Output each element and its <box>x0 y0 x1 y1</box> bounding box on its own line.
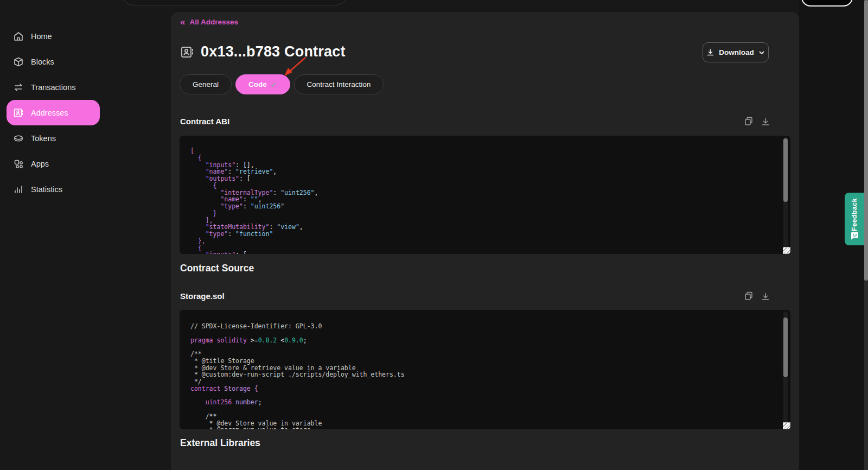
contract-source-heading: Contract Source <box>180 263 254 274</box>
chevron-down-icon <box>758 49 765 56</box>
tab-code-label: Code <box>248 80 267 88</box>
sidebar-item-transactions[interactable]: Transactions <box>7 74 100 100</box>
sidebar-item-label: Tokens <box>31 134 56 143</box>
sidebar: Home Blocks Transactions Addresses Token… <box>7 23 100 202</box>
tokens-icon <box>13 133 24 144</box>
apps-icon <box>13 158 24 169</box>
sidebar-item-label: Transactions <box>31 83 75 92</box>
tab-general[interactable]: General <box>180 74 232 94</box>
source-file-name: Storage.sol <box>180 291 225 301</box>
abi-scrollbar-thumb[interactable] <box>783 138 788 202</box>
download-icon <box>706 48 714 56</box>
statistics-icon <box>13 184 24 195</box>
transactions-icon <box>13 82 24 93</box>
source-scrollbar-thumb[interactable] <box>783 317 788 377</box>
source-scrollbar-track[interactable] <box>783 312 788 428</box>
tab-contract-interaction[interactable]: Contract Interaction <box>294 74 384 94</box>
check-icon: ✓ <box>271 80 277 89</box>
contract-source-code-block[interactable]: // SPDX-License-Identifier: GPL-3.0 prag… <box>180 310 790 429</box>
download-label: Download <box>719 48 754 56</box>
sidebar-item-label: Apps <box>31 160 49 168</box>
sidebar-item-addresses[interactable]: Addresses <box>7 100 100 125</box>
sidebar-item-statistics[interactable]: Statistics <box>7 176 100 202</box>
tab-contract-interaction-label: Contract Interaction <box>307 80 371 88</box>
sidebar-item-label: Blocks <box>31 58 54 66</box>
feedback-button[interactable]: Feedback <box>845 193 864 245</box>
contract-abi-heading: Contract ABI <box>180 117 229 126</box>
title-row: 0x13...b783 Contract <box>180 43 346 60</box>
page-scrollbar-thumb[interactable] <box>864 0 868 281</box>
search-bar-partial[interactable] <box>122 0 347 5</box>
contract-abi-code: [ { "inputs": [], "name": "retrieve", "o… <box>190 148 782 254</box>
tab-bar: General Code ✓ Contract Interaction <box>180 74 384 94</box>
download-button[interactable]: Download <box>703 42 769 62</box>
abi-resize-grip[interactable] <box>783 247 790 254</box>
sidebar-item-apps[interactable]: Apps <box>7 151 100 176</box>
sidebar-item-label: Home <box>31 32 52 41</box>
download-source-icon[interactable] <box>761 292 770 301</box>
page-scrollbar-track[interactable] <box>864 0 868 470</box>
home-icon <box>13 31 24 42</box>
addresses-icon <box>13 107 24 118</box>
sidebar-item-label: Statistics <box>31 185 62 194</box>
blocks-icon <box>13 56 24 67</box>
sidebar-item-blocks[interactable]: Blocks <box>7 49 100 74</box>
sidebar-item-tokens[interactable]: Tokens <box>7 125 100 151</box>
source-resize-grip[interactable] <box>783 422 790 429</box>
contract-source-code: // SPDX-License-Identifier: GPL-3.0 prag… <box>190 323 782 429</box>
breadcrumb-label: All Addresses <box>189 18 238 26</box>
contract-abi-code-block[interactable]: [ { "inputs": [], "name": "retrieve", "o… <box>180 136 790 254</box>
page-title: 0x13...b783 Contract <box>201 43 346 60</box>
copy-source-icon[interactable] <box>744 291 753 301</box>
sidebar-item-label: Addresses <box>31 109 68 117</box>
download-abi-icon[interactable] <box>761 117 770 126</box>
double-chevron-left-icon: « <box>180 18 185 26</box>
tab-code[interactable]: Code ✓ <box>235 74 290 94</box>
copy-abi-icon[interactable] <box>744 117 753 126</box>
sidebar-item-home[interactable]: Home <box>7 23 100 49</box>
external-libraries-heading: External Libraries <box>180 437 260 449</box>
main-panel: « All Addresses 0x13...b783 Contract Dow… <box>171 12 799 470</box>
feedback-smiley-icon <box>850 232 859 240</box>
contact-card-icon <box>180 45 194 59</box>
tab-general-label: General <box>193 80 219 88</box>
abi-scrollbar-track[interactable] <box>783 137 788 252</box>
breadcrumb[interactable]: « All Addresses <box>180 18 238 26</box>
top-right-button-partial[interactable] <box>801 0 853 7</box>
feedback-label: Feedback <box>851 198 858 231</box>
